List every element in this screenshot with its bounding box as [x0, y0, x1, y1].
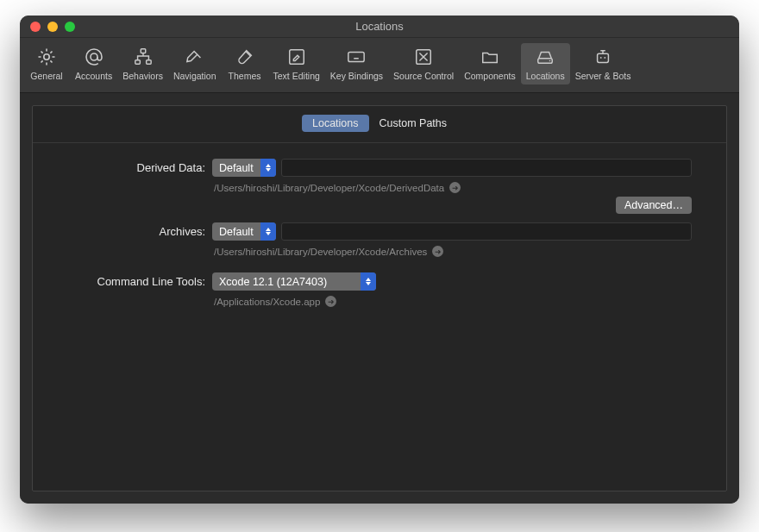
- archives-path: /Users/hiroshi/Library/Developer/Xcode/A…: [214, 247, 427, 257]
- reveal-in-finder-icon[interactable]: ➜: [432, 246, 443, 257]
- svg-rect-2: [141, 49, 146, 53]
- row-derived-data: Derived Data: Default /Users/hiroshi/Lib…: [33, 159, 692, 214]
- preferences-toolbar: General Accounts Behaviors Navigation Th…: [20, 38, 739, 93]
- gear-icon: [34, 45, 59, 69]
- clt-popup[interactable]: Xcode 12.1 (12A7403): [212, 272, 376, 291]
- archives-path-field[interactable]: [281, 222, 692, 241]
- tab-themes[interactable]: Themes: [222, 43, 268, 84]
- locations-form: Derived Data: Default /Users/hiroshi/Lib…: [33, 143, 726, 316]
- chevron-updown-icon: [361, 272, 376, 291]
- keyboard-icon: [344, 45, 368, 69]
- clt-path: /Applications/Xcode.app: [214, 297, 320, 307]
- row-archives: Archives: Default /Users/hiroshi/Library…: [33, 222, 692, 257]
- label-archives: Archives:: [33, 222, 205, 238]
- archives-popup[interactable]: Default: [212, 222, 276, 241]
- subtab-custom-paths[interactable]: Custom Paths: [369, 115, 458, 132]
- svg-point-12: [604, 57, 605, 59]
- svg-point-0: [44, 54, 49, 59]
- label-derived-data: Derived Data:: [33, 159, 205, 174]
- reveal-in-finder-icon[interactable]: ➜: [449, 182, 461, 193]
- tab-text-editing[interactable]: Text Editing: [268, 43, 325, 84]
- tab-behaviors[interactable]: Behaviors: [117, 43, 168, 84]
- label-clt: Command Line Tools:: [33, 272, 205, 288]
- tab-locations[interactable]: Locations: [521, 43, 570, 84]
- tab-key-bindings[interactable]: Key Bindings: [325, 43, 388, 84]
- at-icon: [82, 45, 106, 69]
- derived-data-popup[interactable]: Default: [212, 159, 276, 177]
- tab-accounts[interactable]: Accounts: [70, 43, 117, 84]
- sub-tabs: Locations Custom Paths: [33, 106, 726, 143]
- tab-components[interactable]: Components: [459, 43, 521, 84]
- paintbrush-icon: [233, 45, 257, 69]
- chevron-updown-icon: [260, 222, 276, 241]
- window-title: Locations: [20, 20, 739, 33]
- tab-server-bots[interactable]: Server & Bots: [570, 43, 637, 84]
- row-clt: Command Line Tools: Xcode 12.1 (12A7403)…: [33, 272, 692, 307]
- edit-icon: [285, 45, 309, 69]
- chevron-updown-icon: [260, 159, 276, 177]
- svg-rect-10: [598, 53, 609, 62]
- svg-point-11: [600, 57, 602, 59]
- tab-navigation[interactable]: Navigation: [168, 43, 222, 84]
- reveal-in-finder-icon[interactable]: ➜: [325, 296, 336, 307]
- navigation-icon: [183, 45, 207, 69]
- derived-data-path: /Users/hiroshi/Library/Developer/Xcode/D…: [214, 183, 444, 193]
- derived-data-path-field[interactable]: [281, 159, 692, 177]
- svg-rect-6: [348, 53, 364, 62]
- svg-point-9: [549, 60, 550, 61]
- svg-rect-3: [135, 60, 140, 65]
- close-button[interactable]: [30, 22, 41, 32]
- tab-source-control[interactable]: Source Control: [388, 43, 459, 84]
- folder-icon: [478, 45, 502, 69]
- robot-icon: [591, 45, 615, 69]
- zoom-button[interactable]: [65, 22, 75, 32]
- locations-panel: Locations Custom Paths Derived Data: Def…: [32, 105, 727, 491]
- drive-icon: [533, 45, 557, 69]
- svg-rect-4: [146, 60, 151, 65]
- traffic-lights: [20, 22, 75, 32]
- content-area: Locations Custom Paths Derived Data: Def…: [20, 93, 739, 504]
- advanced-button[interactable]: Advanced…: [616, 197, 692, 214]
- source-control-icon: [411, 45, 436, 69]
- subtab-locations[interactable]: Locations: [302, 115, 369, 132]
- tab-general[interactable]: General: [23, 43, 70, 84]
- hierarchy-icon: [131, 45, 155, 69]
- titlebar: Locations: [20, 16, 739, 38]
- svg-point-1: [91, 53, 97, 60]
- minimize-button[interactable]: [47, 22, 58, 32]
- preferences-window: Locations General Accounts Behaviors Nav…: [20, 16, 739, 504]
